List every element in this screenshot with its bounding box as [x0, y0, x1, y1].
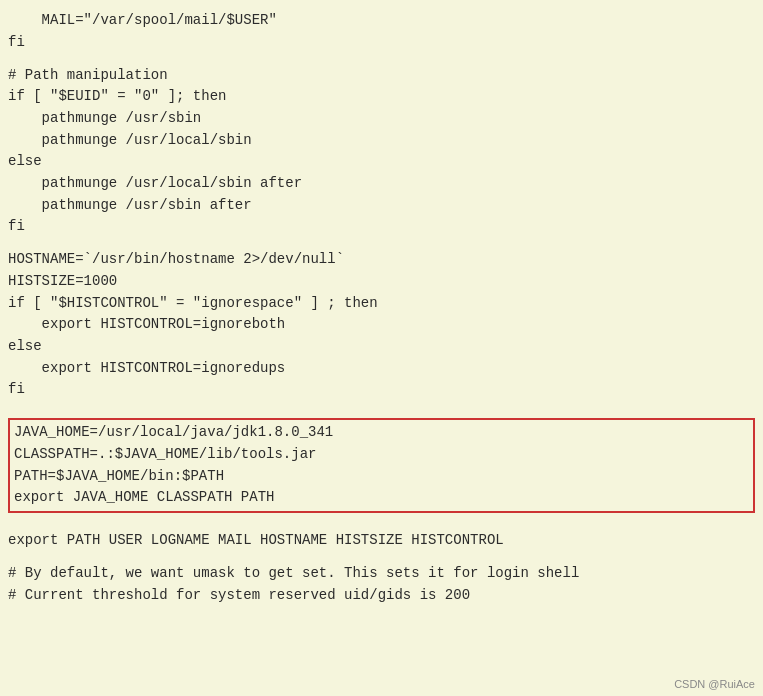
code-line: pathmunge /usr/local/sbin after: [8, 173, 755, 195]
code-line: HISTSIZE=1000: [8, 271, 755, 293]
code-line: pathmunge /usr/sbin after: [8, 195, 755, 217]
code-line: fi: [8, 32, 755, 54]
code-line: fi: [8, 216, 755, 238]
code-line: else: [8, 336, 755, 358]
code-before: MAIL="/var/spool/mail/$USER"fi # Path ma…: [8, 10, 755, 412]
code-after: export PATH USER LOGNAME MAIL HOSTNAME H…: [8, 519, 755, 606]
code-line: pathmunge /usr/sbin: [8, 108, 755, 130]
code-line: export HISTCONTROL=ignoredups: [8, 358, 755, 380]
highlighted-code-line: PATH=$JAVA_HOME/bin:$PATH: [14, 466, 749, 488]
code-line: # Path manipulation: [8, 65, 755, 87]
code-line: export HISTCONTROL=ignoreboth: [8, 314, 755, 336]
code-line: HOSTNAME=`/usr/bin/hostname 2>/dev/null`: [8, 249, 755, 271]
code-line: MAIL="/var/spool/mail/$USER": [8, 10, 755, 32]
code-container: MAIL="/var/spool/mail/$USER"fi # Path ma…: [0, 0, 763, 616]
code-line: [8, 401, 755, 412]
highlighted-code-line: export JAVA_HOME CLASSPATH PATH: [14, 487, 749, 509]
highlighted-code-line: JAVA_HOME=/usr/local/java/jdk1.8.0_341: [14, 422, 749, 444]
code-line: if [ "$EUID" = "0" ]; then: [8, 86, 755, 108]
code-line: [8, 238, 755, 249]
code-line: [8, 552, 755, 563]
code-line: export PATH USER LOGNAME MAIL HOSTNAME H…: [8, 530, 755, 552]
code-line: [8, 53, 755, 64]
code-line: [8, 519, 755, 530]
code-line: if [ "$HISTCONTROL" = "ignorespace" ] ; …: [8, 293, 755, 315]
code-line: fi: [8, 379, 755, 401]
highlighted-block: JAVA_HOME=/usr/local/java/jdk1.8.0_341CL…: [8, 418, 755, 513]
code-line: # By default, we want umask to get set. …: [8, 563, 755, 585]
code-line: # Current threshold for system reserved …: [8, 585, 755, 607]
highlighted-code-line: CLASSPATH=.:$JAVA_HOME/lib/tools.jar: [14, 444, 749, 466]
code-line: pathmunge /usr/local/sbin: [8, 130, 755, 152]
code-line: else: [8, 151, 755, 173]
watermark: CSDN @RuiAce: [674, 678, 755, 690]
